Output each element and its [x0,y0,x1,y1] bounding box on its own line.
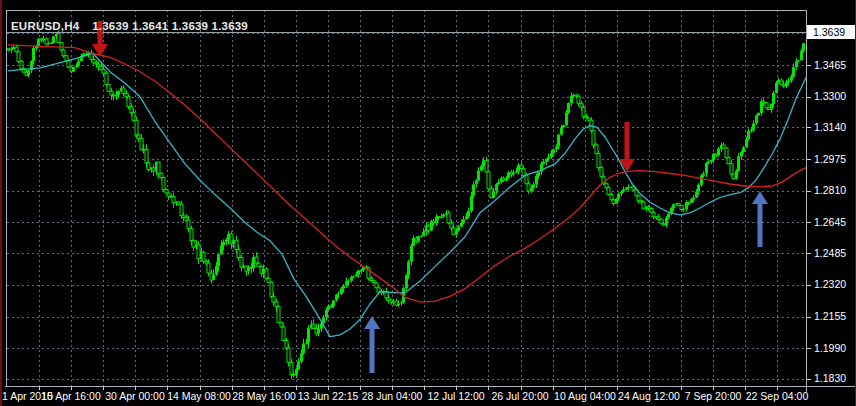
time-axis-label: 14 May 08:00 [167,391,231,402]
time-axis-label: 28 May 16:00 [232,391,296,402]
price-axis-label: 1.3465 [814,60,846,71]
price-axis-label: 1.2155 [814,311,846,322]
current-price-tag: 1.3639 [807,25,856,39]
time-axis-label: 28 Jun 04:00 [362,391,423,402]
price-axis-label: 1.2485 [814,248,846,259]
time-axis-label: 24 Aug 12:00 [618,391,680,402]
buy-signal-arrow[interactable] [752,191,768,247]
time-axis-label: 22 Sep 04:00 [746,391,808,402]
time-axis-label: 13 Jun 22:15 [298,391,359,402]
buy-signal-arrow[interactable] [364,316,380,373]
time-axis-label: 26 Jul 20:00 [491,391,548,402]
symbol-period-label: EURUSD,H4 [11,20,79,32]
mt4-chart-window: EURUSD,H41.3639 1.3641 1.3639 1.3639 1.3… [0,0,856,406]
ohlc-quote-label: 1.3639 1.3641 1.3639 1.3639 [92,20,248,32]
time-axis-label: 12 Jul 12:00 [427,391,484,402]
price-axis-label: 1.2975 [814,154,846,165]
price-axis-label: 1.2645 [814,217,846,228]
price-axis-label: 1.1830 [814,373,846,384]
time-axis-label: 7 Sep 20:00 [685,391,742,402]
chart-canvas[interactable] [0,0,856,406]
price-axis-label: 1.1990 [814,343,846,354]
chart-title: EURUSD,H41.3639 1.3641 1.3639 1.3639 [11,20,248,32]
price-axis-label: 1.2810 [814,185,846,196]
grid-layer [7,10,806,386]
price-axis-label: 1.2320 [814,279,846,290]
time-axis-label: 10 Aug 04:00 [554,391,616,402]
time-axis-label: 30 Apr 00:00 [105,391,165,402]
price-axis-label: 1.3140 [814,122,846,133]
time-axis-label: 15 Apr 16:00 [41,391,101,402]
price-axis-label: 1.3300 [814,91,846,102]
candles-layer [7,30,805,379]
